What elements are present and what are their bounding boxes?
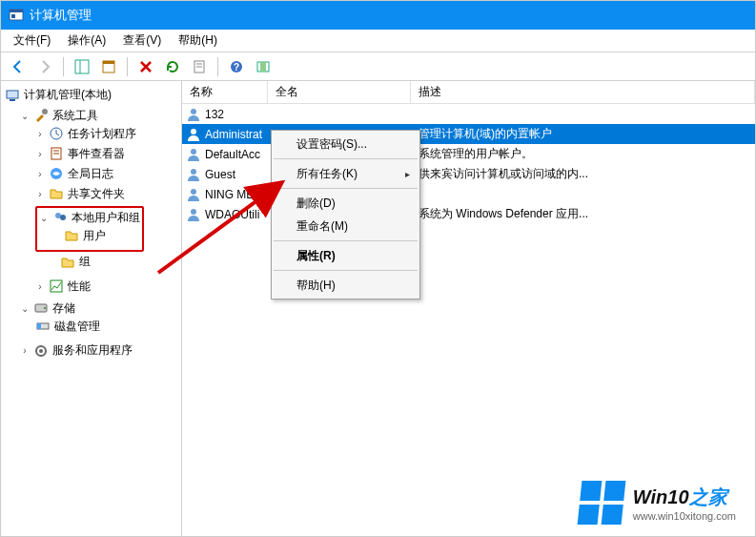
svg-point-36 <box>191 209 196 215</box>
list-header: 名称 全名 描述 <box>182 81 755 104</box>
ctx-all-tasks[interactable]: 所有任务(K) <box>272 162 419 185</box>
folder-share-icon <box>49 186 64 201</box>
menu-bar: 文件(F) 操作(A) 查看(V) 帮助(H) <box>1 30 755 52</box>
tree-users-label: 用户 <box>83 228 106 244</box>
column-header-fullname-label: 全名 <box>276 84 298 100</box>
tree-services-label: 服务和应用程序 <box>52 342 133 359</box>
tree-services[interactable]: ›服务和应用程序 <box>20 342 133 359</box>
highlight-box: ⌄ 本地用户和组 用户 <box>35 206 144 253</box>
cell-name: Administrat <box>205 128 262 141</box>
tree-eventviewer[interactable]: ›事件查看器 <box>35 146 125 162</box>
chevron-right-icon: › <box>20 345 30 356</box>
table-row[interactable]: DefaultAcc 系统管理的用户帐户。 <box>182 144 755 164</box>
svg-rect-1 <box>10 10 23 12</box>
tree-globallogs-label: 全局日志 <box>68 166 113 182</box>
svg-rect-3 <box>75 60 89 73</box>
tree-systools[interactable]: ⌄ 系统工具 <box>20 108 98 124</box>
window-title: 计算机管理 <box>30 7 92 24</box>
forward-button[interactable] <box>32 55 57 78</box>
column-header-desc-label: 描述 <box>419 84 441 100</box>
table-row[interactable]: Administrat 管理计算机(域)的内置帐户 <box>182 124 755 144</box>
computer-icon <box>5 88 20 103</box>
tree-storage[interactable]: ⌄ 存储 <box>20 300 75 317</box>
table-row[interactable]: NING ME <box>182 184 755 204</box>
menu-file[interactable]: 文件(F) <box>6 31 58 51</box>
delete-toolbar-button[interactable] <box>133 55 158 78</box>
tree-sharedfolders[interactable]: ›共享文件夹 <box>35 186 125 202</box>
cell-desc: 管理计算机(域)的内置帐户 <box>419 126 552 142</box>
tree-root[interactable]: 计算机管理(本地) <box>5 87 112 103</box>
tree-users[interactable]: 用户 <box>64 228 106 244</box>
ctx-help[interactable]: 帮助(H) <box>272 274 419 297</box>
show-tree-button[interactable] <box>70 55 94 78</box>
svg-rect-28 <box>37 323 41 329</box>
refresh-button[interactable] <box>160 55 185 78</box>
ctx-separator <box>274 270 418 271</box>
tree-systools-label: 系统工具 <box>52 108 98 124</box>
tree-localusers[interactable]: ⌄ 本地用户和组 <box>39 210 140 226</box>
menu-help[interactable]: 帮助(H) <box>171 31 225 51</box>
log-icon <box>49 166 64 181</box>
app-icon <box>9 8 24 23</box>
svg-point-16 <box>42 109 48 114</box>
back-button[interactable] <box>6 55 31 78</box>
column-header-name[interactable]: 名称 <box>182 81 268 103</box>
svg-point-33 <box>191 149 196 155</box>
folder-icon <box>60 255 75 270</box>
tree-perf[interactable]: ›性能 <box>35 279 91 295</box>
toolbar-separator <box>127 57 128 76</box>
ctx-delete-label: 删除(D) <box>296 196 336 212</box>
ctx-rename[interactable]: 重命名(M) <box>272 215 419 238</box>
tree-globallogs[interactable]: ›全局日志 <box>35 166 113 182</box>
table-row[interactable]: 132 <box>182 104 755 124</box>
tools-icon <box>33 108 49 123</box>
services-icon <box>33 343 49 359</box>
ctx-all-tasks-label: 所有任务(K) <box>296 166 358 182</box>
table-row[interactable]: WDAGUtili 系统为 Windows Defender 应用... <box>182 204 755 224</box>
column-header-fullname[interactable]: 全名 <box>268 81 411 103</box>
properties-toolbar-button[interactable] <box>96 55 121 78</box>
chevron-down-icon: ⌄ <box>20 111 30 121</box>
cell-desc: 供来宾访问计算机或访问域的内... <box>419 166 588 182</box>
ctx-separator <box>274 158 418 159</box>
svg-text:?: ? <box>234 62 239 72</box>
cell-desc: 系统为 Windows Defender 应用... <box>419 206 588 222</box>
tree-schedtasks[interactable]: ›任务计划程序 <box>35 126 136 142</box>
clock-icon <box>49 126 64 141</box>
export-button[interactable] <box>187 55 212 78</box>
toolbar-separator <box>63 57 64 76</box>
folder-icon <box>64 228 79 243</box>
svg-point-23 <box>60 215 66 220</box>
tree-storage-label: 存储 <box>52 300 75 317</box>
manage-button[interactable] <box>251 55 276 78</box>
tree-perf-label: 性能 <box>68 279 91 295</box>
table-row[interactable]: Guest 供来宾访问计算机或访问域的内... <box>182 164 755 184</box>
tree-panel: 计算机管理(本地) ⌄ 系统工具 ›任务计划程序 ›事件查看器 ›全局日志 <box>1 81 182 536</box>
user-icon <box>186 127 201 142</box>
svg-rect-6 <box>103 61 114 64</box>
storage-icon <box>33 300 49 316</box>
ctx-delete[interactable]: 删除(D) <box>272 192 419 215</box>
svg-point-35 <box>191 189 196 195</box>
chevron-right-icon: › <box>35 169 45 179</box>
chevron-right-icon: › <box>35 129 45 139</box>
help-toolbar-button[interactable]: ? <box>224 55 249 78</box>
menu-action[interactable]: 操作(A) <box>60 31 113 51</box>
user-icon <box>186 167 201 182</box>
tree-groups[interactable]: 组 <box>60 254 91 270</box>
tree-schedtasks-label: 任务计划程序 <box>68 126 136 142</box>
ctx-rename-label: 重命名(M) <box>296 218 348 235</box>
menu-view[interactable]: 查看(V) <box>115 31 169 51</box>
context-menu: 设置密码(S)... 所有任务(K) 删除(D) 重命名(M) 属性(R) 帮助… <box>271 130 420 299</box>
column-header-desc[interactable]: 描述 <box>411 81 755 103</box>
svg-point-26 <box>44 307 46 309</box>
ctx-properties[interactable]: 属性(R) <box>272 244 419 267</box>
ctx-set-password[interactable]: 设置密码(S)... <box>272 133 419 155</box>
list-panel: 名称 全名 描述 132 Administrat 管理计算机(域)的内置帐户 D… <box>182 81 755 536</box>
watermark-url: www.win10xitong.com <box>633 510 736 522</box>
perf-icon <box>49 279 64 294</box>
tree-diskmgmt[interactable]: 磁盘管理 <box>35 319 100 335</box>
tree-localusers-label: 本地用户和组 <box>72 210 140 226</box>
watermark-brand-a: Win10 <box>633 486 689 507</box>
chevron-right-icon: › <box>35 281 45 292</box>
